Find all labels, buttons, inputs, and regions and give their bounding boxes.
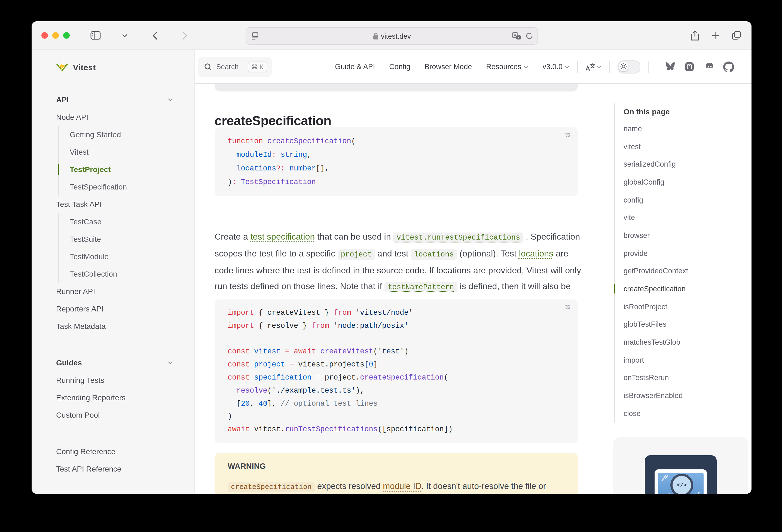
toolbar-chevron-down-icon[interactable] bbox=[122, 21, 128, 49]
new-tab-icon[interactable] bbox=[712, 21, 720, 49]
toc-item-serializedconfig[interactable]: serializedConfig bbox=[624, 155, 740, 173]
sidebar-item-testmodule[interactable]: TestModule bbox=[70, 248, 173, 265]
svg-text:A: A bbox=[513, 33, 516, 37]
sidebar-item-config-reference[interactable]: Config Reference bbox=[56, 443, 173, 460]
discord-icon[interactable] bbox=[703, 62, 714, 71]
inline-code-link[interactable]: testNamePattern bbox=[385, 282, 457, 292]
toc-item-matchestestglob[interactable]: matchesTestGlob bbox=[624, 333, 740, 351]
sidebar-group-title-api[interactable]: API bbox=[56, 91, 173, 108]
bluesky-icon[interactable] bbox=[665, 62, 676, 72]
nav-item-label: Config bbox=[389, 63, 410, 71]
code-line: const specification = project.createSpec… bbox=[227, 371, 565, 384]
text-run: expects resolved bbox=[315, 482, 383, 491]
reload-icon[interactable] bbox=[526, 28, 533, 44]
sidebar-item-node-api[interactable]: Node API bbox=[56, 108, 173, 126]
sidebar-item-runner-api[interactable]: Runner API bbox=[56, 283, 173, 300]
language-menu[interactable] bbox=[585, 62, 602, 71]
browser-window: vitest.dev A x bbox=[32, 21, 751, 494]
vitest-logo[interactable]: Vitest bbox=[56, 50, 173, 84]
code-block-example: ts import { createVitest } from 'vitest/… bbox=[215, 299, 578, 443]
navbar-divider bbox=[648, 61, 648, 73]
sidebar-item-extending-reporters[interactable]: Extending Reporters bbox=[56, 389, 173, 406]
text-run: Create a bbox=[215, 232, 250, 241]
toc-item-name[interactable]: name bbox=[624, 120, 740, 138]
sponsor-card[interactable]: </> bbox=[613, 437, 748, 494]
zoom-window-button[interactable] bbox=[63, 32, 70, 39]
sidebar-item-testcollection[interactable]: TestCollection bbox=[70, 265, 173, 283]
address-bar[interactable]: vitest.dev A x bbox=[246, 27, 538, 45]
back-button[interactable] bbox=[152, 21, 158, 49]
code-line bbox=[227, 332, 565, 346]
text-link[interactable]: locations bbox=[519, 249, 553, 258]
code-line: resolve('./example.test.ts'), bbox=[227, 384, 565, 397]
chevron-down-icon bbox=[168, 98, 173, 101]
sidebar-item-getting started[interactable]: Getting Started bbox=[70, 126, 173, 143]
toc-item-import[interactable]: import bbox=[624, 351, 740, 369]
translate-icon bbox=[585, 62, 595, 71]
sidebar-item-testcase[interactable]: TestCase bbox=[70, 213, 173, 230]
code-line: function createSpecification( bbox=[227, 135, 565, 148]
warning-callout: WARNING createSpecification expects reso… bbox=[215, 453, 578, 494]
toc-item-config[interactable]: config bbox=[624, 191, 740, 209]
code-line: locations?: number[], bbox=[227, 162, 565, 175]
sidebar-group-title-guides[interactable]: Guides bbox=[56, 354, 173, 371]
nav-links: Guide & APIConfigBrowser ModeResourcesv3… bbox=[335, 63, 570, 71]
chevron-down-icon bbox=[523, 65, 528, 68]
translate-icon[interactable]: A x bbox=[512, 28, 521, 44]
sidebar-group-label: Guides bbox=[56, 358, 82, 367]
nav-item-v3-0-0[interactable]: v3.0.0 bbox=[542, 63, 570, 71]
toc-item-globtestfiles[interactable]: globTestFiles bbox=[624, 316, 740, 333]
search-input[interactable]: Search ⌘ K bbox=[198, 57, 272, 77]
nav-item-config[interactable]: Config bbox=[389, 63, 410, 71]
toc-item-provide[interactable]: provide bbox=[624, 245, 740, 262]
nav-item-label: Browser Mode bbox=[425, 63, 472, 71]
text-link[interactable]: test specification bbox=[250, 232, 315, 241]
sidebar-item-testsuite[interactable]: TestSuite bbox=[70, 230, 173, 248]
forward-button[interactable] bbox=[182, 21, 187, 49]
sidebar-group-label: API bbox=[56, 95, 69, 104]
inline-code-link[interactable]: vitest.runTestSpecifications bbox=[393, 233, 523, 243]
sidebar-item-custom-pool[interactable]: Custom Pool bbox=[56, 406, 173, 424]
svg-text:x: x bbox=[518, 36, 519, 39]
toc-item-vitest[interactable]: vitest bbox=[624, 138, 740, 155]
nav-item-resources[interactable]: Resources bbox=[486, 63, 528, 71]
chevron-down-icon bbox=[565, 65, 570, 68]
toc-item-browser[interactable]: browser bbox=[624, 226, 740, 244]
toc-item-globalconfig[interactable]: globalConfig bbox=[624, 173, 740, 191]
minimize-window-button[interactable] bbox=[52, 32, 59, 39]
toc-item-ontestsrerun[interactable]: onTestsRerun bbox=[624, 369, 740, 387]
toc-item-isrootproject[interactable]: isRootProject bbox=[624, 298, 740, 316]
sidebar-item-testspecification[interactable]: TestSpecification bbox=[70, 178, 173, 196]
sidebar-nav: APINode APIGetting StartedVitestTestProj… bbox=[56, 84, 173, 477]
toc-item-vite[interactable]: vite bbox=[624, 209, 740, 226]
desktop-background: vitest.dev A x bbox=[0, 0, 782, 532]
toc-item-isbrowserenabled[interactable]: isBrowserEnabled bbox=[624, 387, 740, 404]
sidebar-item-test-api-reference[interactable]: Test API Reference bbox=[56, 460, 173, 477]
nav-item-browser-mode[interactable]: Browser Mode bbox=[425, 63, 472, 71]
sidebar-item-vitest[interactable]: Vitest bbox=[70, 143, 173, 161]
sidebar-toggle-icon[interactable] bbox=[91, 21, 101, 49]
sidebar-item-reporters-api[interactable]: Reporters API bbox=[56, 300, 173, 317]
social-links bbox=[665, 61, 734, 72]
toc-item-close[interactable]: close bbox=[624, 404, 740, 422]
search-shortcut: ⌘ K bbox=[248, 61, 268, 72]
toc-item-getprovidedcontext[interactable]: getProvidedContext bbox=[624, 262, 740, 280]
doc-content: createSpecification ts function createSp… bbox=[195, 84, 751, 494]
sidebar-item-running-tests[interactable]: Running Tests bbox=[56, 371, 173, 389]
github-icon[interactable] bbox=[723, 61, 734, 72]
sidebar-item-test-task-api[interactable]: Test Task API bbox=[56, 196, 173, 213]
theme-toggle[interactable] bbox=[617, 60, 640, 73]
close-window-button[interactable] bbox=[41, 32, 48, 39]
tab-overview-icon[interactable] bbox=[732, 21, 741, 49]
nav-item-label: Guide & API bbox=[335, 63, 375, 71]
toc-item-createspecification[interactable]: createSpecification bbox=[624, 280, 740, 297]
share-icon[interactable] bbox=[690, 21, 699, 49]
text-run: (optional). Test bbox=[457, 249, 519, 258]
text-link[interactable]: module ID bbox=[383, 482, 421, 491]
code-line: ) bbox=[227, 410, 565, 423]
mastodon-icon[interactable] bbox=[684, 61, 694, 72]
sidebar-item-testproject[interactable]: TestProject bbox=[70, 161, 173, 178]
nav-item-guide-api[interactable]: Guide & API bbox=[335, 63, 375, 71]
intro-paragraph: Create a test specification that can be … bbox=[215, 229, 583, 311]
sidebar-item-task-metadata[interactable]: Task Metadata bbox=[56, 317, 173, 335]
